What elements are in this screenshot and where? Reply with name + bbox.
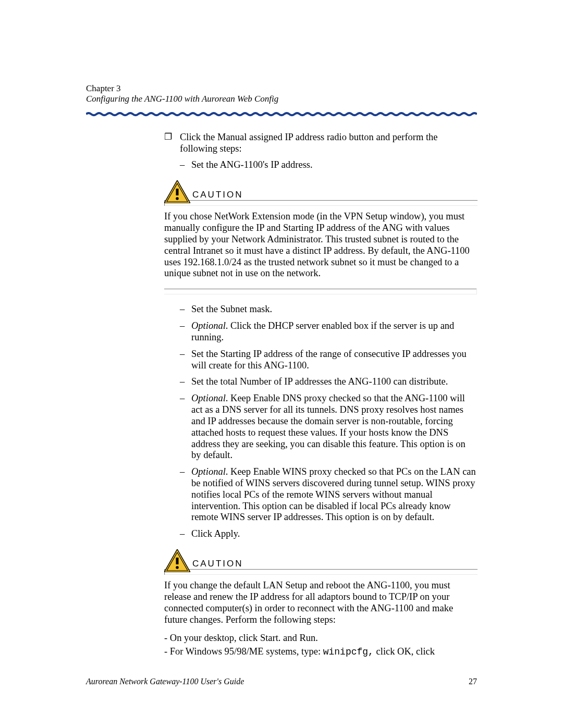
step-text: Click Apply. <box>191 528 477 540</box>
dash-icon: – <box>180 466 191 523</box>
code-text: winipcfg, <box>323 647 374 657</box>
step-item: – Set the total Number of IP addresses t… <box>164 376 477 388</box>
step-item: – Optional. Keep Enable DNS proxy checke… <box>164 393 477 461</box>
step-text: Set the ANG-1100's IP address. <box>191 159 477 171</box>
svg-rect-6 <box>176 558 179 564</box>
optional-prefix: Optional <box>191 466 226 477</box>
chapter-line: Chapter 3 <box>86 83 477 94</box>
bullet-text: Click the Manual assigned IP address rad… <box>180 132 477 155</box>
dash-icon: – <box>180 349 191 372</box>
decorative-wave-rule <box>86 112 477 116</box>
step-text-rest: . Click the DHCP server enabled box if t… <box>191 320 454 342</box>
warning-triangle-icon <box>164 549 190 572</box>
step-item: – Optional. Click the DHCP server enable… <box>164 320 477 343</box>
page-number: 27 <box>469 677 477 686</box>
caution-body-text: If you change the default LAN Setup and … <box>164 580 477 658</box>
step-text-rest: . Keep Enable DNS proxy checked so that … <box>191 393 466 460</box>
dash-icon: – <box>180 393 191 461</box>
document-page: Chapter 3 Configuring the ANG-1100 with … <box>0 0 563 728</box>
step-text: Optional. Click the DHCP server enabled … <box>191 320 477 343</box>
step-item: – Click Apply. <box>164 528 477 540</box>
warning-triangle-icon <box>164 180 190 203</box>
checkbox-bullet-item: ❐ Click the Manual assigned IP address r… <box>164 132 477 155</box>
caution-box: CAUTION If you chose NetWork Extension m… <box>164 180 477 294</box>
dash-icon: – <box>180 320 191 343</box>
caution-box: CAUTION If you change the default LAN Se… <box>164 549 477 658</box>
body-content: ❐ Click the Manual assigned IP address r… <box>164 132 477 658</box>
step-text: Set the total Number of IP addresses the… <box>191 376 477 388</box>
dash-icon: – <box>180 528 191 540</box>
step-text: Optional. Keep Enable WINS proxy checked… <box>191 466 477 523</box>
dash-icon: – <box>180 304 191 315</box>
caution-bottom-rule <box>164 289 477 294</box>
step-item: – Optional. Keep Enable WINS proxy check… <box>164 466 477 523</box>
page-header: Chapter 3 Configuring the ANG-1100 with … <box>86 83 477 116</box>
svg-rect-2 <box>176 189 179 195</box>
svg-point-7 <box>176 566 179 569</box>
step-item: – Set the Starting IP address of the ran… <box>164 349 477 372</box>
caution-body-text: If you chose NetWork Extension mode (in … <box>164 211 477 279</box>
step-item: – Set the ANG-1100's IP address. <box>164 159 477 171</box>
step-text: Optional. Keep Enable DNS proxy checked … <box>191 393 477 461</box>
optional-prefix: Optional <box>191 320 226 331</box>
checkbox-icon: ❐ <box>164 132 180 155</box>
optional-prefix: Optional <box>191 393 226 403</box>
svg-point-3 <box>176 197 179 200</box>
dash-icon: – <box>180 159 191 171</box>
caution-paragraph: If you change the default LAN Setup and … <box>164 580 477 625</box>
footer-title: Aurorean Network Gateway-1100 User's Gui… <box>86 677 244 686</box>
dash-icon: – <box>180 376 191 388</box>
caution-step-2-pre: - For Windows 95/98/ME systems, type: <box>164 646 323 657</box>
caution-step-2: - For Windows 95/98/ME systems, type: wi… <box>164 646 477 658</box>
step-text: Set the Subnet mask. <box>191 304 477 315</box>
page-footer: Aurorean Network Gateway-1100 User's Gui… <box>86 677 477 686</box>
step-item: – Set the Subnet mask. <box>164 304 477 315</box>
caution-step-1: - On your desktop, click Start. and Run. <box>164 633 477 644</box>
page-subtitle: Configuring the ANG-1100 with Aurorean W… <box>86 94 477 104</box>
caution-step-2-post: click OK, click <box>374 646 435 657</box>
step-text: Set the Starting IP address of the range… <box>191 349 477 372</box>
caution-label: CAUTION <box>192 559 243 572</box>
caution-label: CAUTION <box>192 190 243 203</box>
step-text-rest: . Keep Enable WINS proxy checked so that… <box>191 466 476 522</box>
